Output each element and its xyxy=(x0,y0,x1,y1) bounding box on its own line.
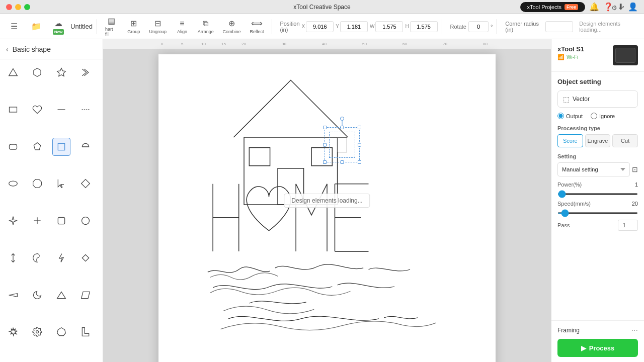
shape-triangle2[interactable] xyxy=(52,286,70,304)
corner-group: Corner radius (in) xyxy=(505,21,573,33)
svg-marker-0 xyxy=(9,69,18,76)
cut-button[interactable]: Cut xyxy=(612,134,638,147)
handle-bottom-left[interactable] xyxy=(323,160,327,164)
chart-fill-button[interactable]: ▤ hart fill xyxy=(101,14,122,39)
left-panel: ‹ Basic shape xyxy=(0,39,103,362)
speed-slider[interactable] xyxy=(557,212,638,214)
shape-circle[interactable] xyxy=(76,212,95,230)
score-button[interactable]: Score xyxy=(557,134,583,147)
x-input[interactable] xyxy=(306,21,334,32)
shape-cursor[interactable] xyxy=(52,174,70,193)
shape-8star[interactable] xyxy=(4,323,22,341)
handle-top-middle[interactable] xyxy=(341,126,344,129)
canvas-area[interactable]: 0 5 10 15 20 30 40 50 60 70 80 xyxy=(103,39,551,362)
rotate-handle[interactable] xyxy=(340,117,344,121)
reflect-button[interactable]: ⟺ Reflect xyxy=(246,17,267,36)
document-title[interactable]: Untitled xyxy=(70,23,93,30)
notifications-icon[interactable]: 🔔 xyxy=(589,2,599,12)
align-icon: ≡ xyxy=(180,19,184,28)
divider4 xyxy=(497,19,497,34)
shape-arrow-left[interactable] xyxy=(4,286,22,304)
ignore-option[interactable]: Ignore xyxy=(591,113,615,119)
handle-top-right[interactable] xyxy=(358,126,361,129)
h-input[interactable] xyxy=(410,21,438,32)
selected-shape[interactable] xyxy=(325,127,360,162)
folder-button[interactable]: 📁 xyxy=(26,20,46,33)
ignore-radio[interactable] xyxy=(591,113,597,119)
shape-parallelogram[interactable] xyxy=(76,286,95,304)
cloud-icon: ☁ xyxy=(54,19,62,28)
shape-semicircle[interactable] xyxy=(76,138,95,156)
shape-arrow-up-down[interactable] xyxy=(4,249,22,267)
shape-ellipse[interactable] xyxy=(4,174,22,193)
shape-hexagon[interactable] xyxy=(28,63,46,81)
shape-l-shape[interactable] xyxy=(76,323,95,341)
back-button[interactable]: ‹ xyxy=(6,45,9,53)
setting-icon[interactable]: ⊡ xyxy=(632,165,638,173)
menu-icon: ☰ xyxy=(11,22,18,31)
shape-rounded-square[interactable] xyxy=(52,212,70,230)
shape-4star[interactable] xyxy=(4,212,22,230)
shape-triangle[interactable] xyxy=(4,63,22,81)
close-button[interactable] xyxy=(6,4,12,10)
w-input[interactable] xyxy=(375,21,403,32)
setting-select[interactable]: Manual setting xyxy=(557,162,630,176)
handle-bottom-middle[interactable] xyxy=(341,160,344,164)
shape-rounded-rect[interactable] xyxy=(4,138,22,156)
power-slider[interactable] xyxy=(557,193,638,195)
handle-middle-right[interactable] xyxy=(358,143,361,147)
group-button[interactable]: ⊞ Group xyxy=(124,17,144,36)
shape-cross[interactable] xyxy=(28,212,46,230)
speed-value: 20 xyxy=(632,201,638,207)
output-radio[interactable] xyxy=(557,113,564,119)
arrange-button[interactable]: ⧉ Arrange xyxy=(194,17,217,36)
shape-diamond[interactable] xyxy=(76,174,95,193)
panel-title: Basic shape xyxy=(13,45,51,53)
maximize-button[interactable] xyxy=(24,4,30,10)
shape-lightning[interactable] xyxy=(52,249,70,267)
cloud-button[interactable]: ☁ New xyxy=(48,17,68,37)
shape-heptagon[interactable] xyxy=(52,323,70,341)
shape-octagon[interactable] xyxy=(28,174,46,193)
handle-top-left[interactable] xyxy=(323,126,327,129)
output-option[interactable]: Output xyxy=(557,113,583,119)
setting-select-row: Manual setting ⊡ xyxy=(557,162,638,176)
shape-gear[interactable] xyxy=(28,323,46,341)
shape-moon[interactable] xyxy=(28,286,46,304)
shape-yin-yang[interactable] xyxy=(28,249,46,267)
selected-inner xyxy=(329,132,355,158)
speed-slider-row: Speed(mm/s) 20 xyxy=(557,201,638,216)
align-label: Align xyxy=(177,29,187,34)
ungroup-button[interactable]: ⊟ Ungroup xyxy=(146,17,170,36)
shape-arrow[interactable] xyxy=(76,63,95,81)
shape-square[interactable] xyxy=(52,138,70,156)
h-label: H xyxy=(405,24,409,29)
handle-middle-left[interactable] xyxy=(323,143,327,147)
loading-text: Design elements loading... xyxy=(291,197,362,204)
more-button[interactable]: ··· xyxy=(631,326,638,335)
shape-line[interactable] xyxy=(52,101,70,119)
power-slider-row: Power(%) 1 xyxy=(557,182,638,197)
shape-diamond2[interactable] xyxy=(76,249,95,267)
engrave-button[interactable]: Engrave xyxy=(585,134,611,147)
canvas-workspace[interactable] xyxy=(158,54,496,362)
shape-rect[interactable] xyxy=(4,101,22,119)
process-button[interactable]: ▶ Process xyxy=(557,339,638,357)
rotate-input[interactable] xyxy=(468,21,489,32)
shape-dashed-line[interactable] xyxy=(76,101,95,119)
shape-pentagon[interactable] xyxy=(28,138,46,156)
xtool-projects-button[interactable]: xTool Projects Free xyxy=(520,2,586,12)
reflect-label: Reflect xyxy=(250,29,264,34)
shape-heart[interactable] xyxy=(28,101,46,119)
corner-input[interactable] xyxy=(545,21,573,32)
svg-marker-26 xyxy=(82,328,89,336)
user-icon[interactable]: 👤 xyxy=(628,2,638,12)
align-button[interactable]: ≡ Align xyxy=(172,17,192,36)
menu-button[interactable]: ☰ xyxy=(4,20,24,33)
combine-button[interactable]: ⊕ Combine xyxy=(219,17,245,36)
pass-input[interactable] xyxy=(618,220,638,231)
handle-bottom-right[interactable] xyxy=(358,160,361,164)
shape-star[interactable] xyxy=(52,63,70,81)
minimize-button[interactable] xyxy=(15,4,21,10)
y-input[interactable] xyxy=(340,21,368,32)
